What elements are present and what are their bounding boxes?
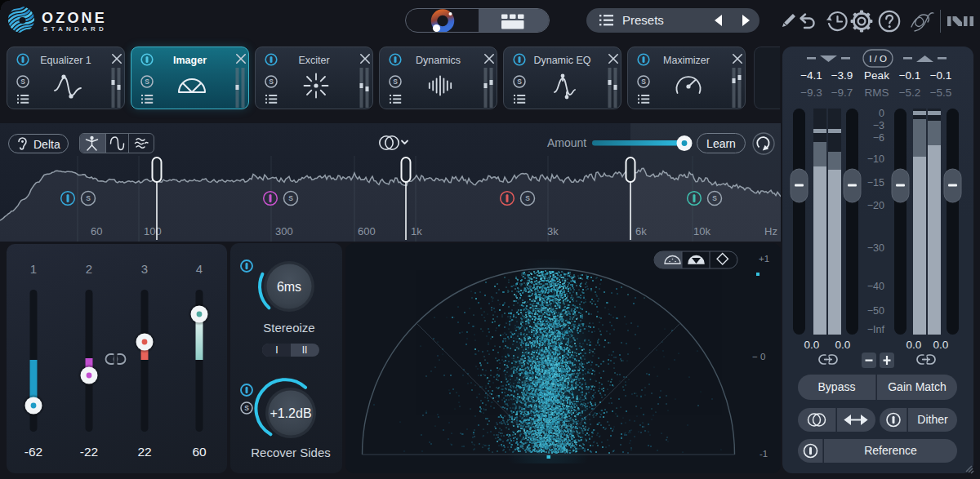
svg-text:−50: −50: [867, 305, 884, 317]
svg-text:Presets: Presets: [622, 13, 664, 27]
svg-text:S: S: [244, 404, 249, 412]
svg-text:0.0: 0.0: [835, 339, 851, 351]
svg-text:300: 300: [275, 225, 293, 237]
svg-text:Hz: Hz: [764, 225, 777, 237]
svg-text:10k: 10k: [693, 225, 710, 237]
svg-text:−40: −40: [867, 281, 884, 292]
svg-text:− 0: − 0: [752, 352, 765, 361]
svg-text:S: S: [712, 194, 717, 202]
svg-text:Peak: Peak: [864, 69, 889, 82]
svg-text:+1.2dB: +1.2dB: [270, 406, 311, 420]
svg-text:0.0: 0.0: [933, 339, 949, 351]
svg-text:−9.3: −9.3: [800, 86, 822, 99]
svg-text:0.0: 0.0: [804, 339, 820, 351]
svg-text:I: I: [275, 344, 278, 356]
svg-text:−15: −15: [867, 177, 884, 188]
svg-text:600: 600: [358, 225, 376, 237]
svg-text:−9.7: −9.7: [831, 86, 853, 99]
svg-text:S: S: [288, 194, 293, 202]
svg-text:−20: −20: [867, 200, 884, 211]
svg-text:6k: 6k: [635, 225, 647, 237]
svg-text:S: S: [145, 78, 149, 86]
svg-text:Recover Sides: Recover Sides: [251, 446, 331, 459]
svg-text:Delta: Delta: [33, 138, 60, 151]
svg-text:−4.1: −4.1: [800, 69, 822, 82]
svg-text:−6: −6: [873, 132, 884, 144]
svg-text:−3.9: −3.9: [831, 69, 853, 82]
svg-text:−10: −10: [867, 153, 884, 165]
svg-text:−0.1: −0.1: [930, 69, 952, 82]
svg-text:22: 22: [137, 445, 151, 459]
svg-text:S: S: [525, 194, 530, 202]
svg-text:3k: 3k: [547, 225, 559, 237]
svg-text:−5.5: −5.5: [930, 86, 952, 99]
svg-text:II: II: [302, 344, 308, 356]
svg-text:−Inf: −Inf: [867, 324, 885, 335]
svg-text:I / O: I / O: [869, 54, 887, 64]
svg-text:S: S: [20, 78, 25, 86]
svg-text:RMS: RMS: [865, 86, 889, 99]
svg-text:S: S: [393, 78, 398, 86]
svg-text:3: 3: [141, 262, 148, 276]
svg-text:Stereoize: Stereoize: [263, 321, 314, 335]
svg-text:−30: −30: [867, 242, 884, 254]
svg-text:0: 0: [879, 108, 884, 119]
svg-text:S: S: [269, 78, 274, 86]
svg-text:S: S: [517, 78, 522, 86]
svg-text:−3: −3: [873, 120, 884, 131]
svg-text:-1: -1: [760, 449, 768, 459]
svg-text:-22: -22: [80, 445, 98, 459]
svg-text:4: 4: [196, 262, 203, 276]
svg-text:6ms: 6ms: [277, 280, 301, 294]
svg-text:60: 60: [91, 225, 102, 237]
svg-text:100: 100: [144, 225, 162, 237]
svg-text:S: S: [86, 194, 91, 202]
svg-text:S: S: [641, 78, 646, 86]
svg-text:60: 60: [192, 445, 207, 459]
svg-text:1: 1: [30, 262, 37, 276]
svg-text:+1: +1: [759, 254, 769, 264]
svg-text:−0.1: −0.1: [899, 69, 921, 82]
svg-text:1k: 1k: [411, 225, 422, 237]
svg-text:−5.2: −5.2: [899, 86, 921, 99]
svg-text:-62: -62: [24, 445, 42, 459]
svg-text:0.0: 0.0: [906, 339, 922, 351]
svg-text:2: 2: [86, 262, 92, 276]
